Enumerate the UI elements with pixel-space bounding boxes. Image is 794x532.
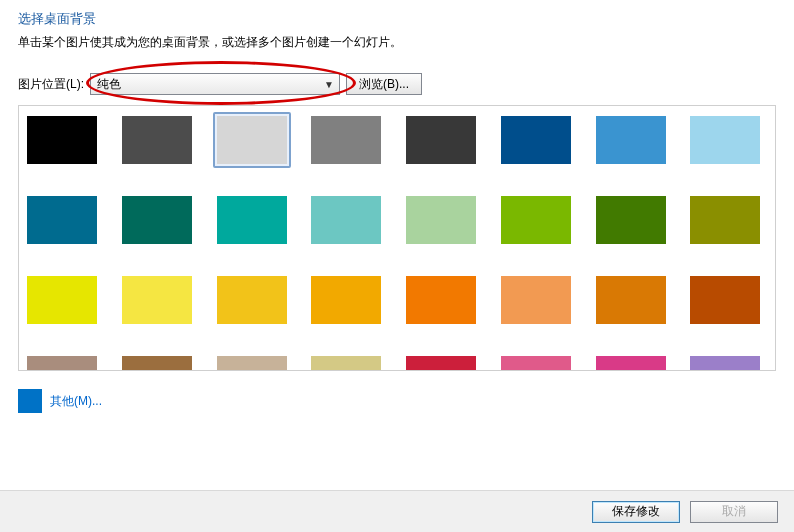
color-swatch-fill <box>406 116 476 164</box>
color-swatch[interactable] <box>307 192 385 248</box>
save-label: 保存修改 <box>612 503 660 520</box>
color-swatch-fill <box>217 196 287 244</box>
color-swatch[interactable] <box>592 272 670 328</box>
color-swatch[interactable] <box>23 192 101 248</box>
color-swatch-fill <box>122 196 192 244</box>
color-swatch[interactable] <box>497 112 575 168</box>
color-swatch[interactable] <box>213 272 291 328</box>
swatch-grid <box>23 112 771 370</box>
palette-scroll[interactable] <box>19 106 775 370</box>
color-swatch[interactable] <box>307 352 385 370</box>
color-swatch-fill <box>690 116 760 164</box>
color-swatch[interactable] <box>686 192 764 248</box>
color-swatch-fill <box>690 196 760 244</box>
color-swatch[interactable] <box>23 112 101 168</box>
color-swatch-fill <box>501 356 571 370</box>
color-swatch[interactable] <box>23 352 101 370</box>
color-swatch-fill <box>122 116 192 164</box>
location-dropdown[interactable]: 纯色 ▼ <box>90 73 340 95</box>
browse-button[interactable]: 浏览(B)... <box>346 73 422 95</box>
palette-container <box>18 105 776 371</box>
page-subtitle: 单击某个图片使其成为您的桌面背景，或选择多个图片创建一个幻灯片。 <box>18 34 776 51</box>
color-swatch[interactable] <box>118 192 196 248</box>
browse-label: 浏览(B)... <box>359 76 409 93</box>
color-swatch[interactable] <box>213 112 291 168</box>
location-label: 图片位置(L): <box>18 76 84 93</box>
color-swatch-fill <box>27 276 97 324</box>
color-swatch-fill <box>217 276 287 324</box>
cancel-label: 取消 <box>722 503 746 520</box>
color-swatch-fill <box>27 356 97 370</box>
color-swatch[interactable] <box>686 112 764 168</box>
color-swatch-fill <box>122 356 192 370</box>
color-swatch[interactable] <box>592 352 670 370</box>
color-swatch[interactable] <box>213 192 291 248</box>
color-swatch[interactable] <box>307 112 385 168</box>
color-swatch-fill <box>501 116 571 164</box>
color-swatch-fill <box>501 276 571 324</box>
color-swatch[interactable] <box>118 352 196 370</box>
color-swatch[interactable] <box>592 112 670 168</box>
color-swatch-fill <box>122 276 192 324</box>
color-swatch-fill <box>217 356 287 370</box>
other-color-swatch[interactable] <box>18 389 42 413</box>
color-swatch-fill <box>311 356 381 370</box>
color-swatch-fill <box>406 356 476 370</box>
color-swatch[interactable] <box>307 272 385 328</box>
color-swatch-fill <box>311 276 381 324</box>
color-swatch-fill <box>27 116 97 164</box>
page-title: 选择桌面背景 <box>18 10 776 28</box>
cancel-button[interactable]: 取消 <box>690 501 778 523</box>
color-swatch[interactable] <box>497 192 575 248</box>
color-swatch-fill <box>311 116 381 164</box>
color-swatch-fill <box>311 196 381 244</box>
color-swatch-fill <box>690 356 760 370</box>
color-swatch[interactable] <box>402 112 480 168</box>
color-swatch[interactable] <box>213 352 291 370</box>
color-swatch[interactable] <box>686 272 764 328</box>
color-swatch[interactable] <box>686 352 764 370</box>
color-swatch-fill <box>406 276 476 324</box>
footer-bar: 保存修改 取消 <box>0 490 794 532</box>
save-button[interactable]: 保存修改 <box>592 501 680 523</box>
color-swatch[interactable] <box>118 112 196 168</box>
color-swatch-fill <box>27 196 97 244</box>
chevron-down-icon: ▼ <box>321 76 337 92</box>
other-color-link[interactable]: 其他(M)... <box>50 393 102 410</box>
color-swatch[interactable] <box>592 192 670 248</box>
color-swatch-fill <box>406 196 476 244</box>
color-swatch-fill <box>596 356 666 370</box>
other-color-row: 其他(M)... <box>18 389 776 413</box>
controls-row: 图片位置(L): 纯色 ▼ 浏览(B)... <box>18 73 776 95</box>
color-swatch-fill <box>596 116 666 164</box>
color-swatch-fill <box>217 116 287 164</box>
color-swatch[interactable] <box>23 272 101 328</box>
color-swatch[interactable] <box>118 272 196 328</box>
color-swatch[interactable] <box>402 272 480 328</box>
color-swatch[interactable] <box>402 192 480 248</box>
color-swatch[interactable] <box>497 272 575 328</box>
color-swatch-fill <box>596 196 666 244</box>
color-swatch-fill <box>501 196 571 244</box>
color-swatch[interactable] <box>497 352 575 370</box>
color-swatch-fill <box>690 276 760 324</box>
color-swatch-fill <box>596 276 666 324</box>
color-swatch[interactable] <box>402 352 480 370</box>
dropdown-value: 纯色 <box>97 76 121 93</box>
